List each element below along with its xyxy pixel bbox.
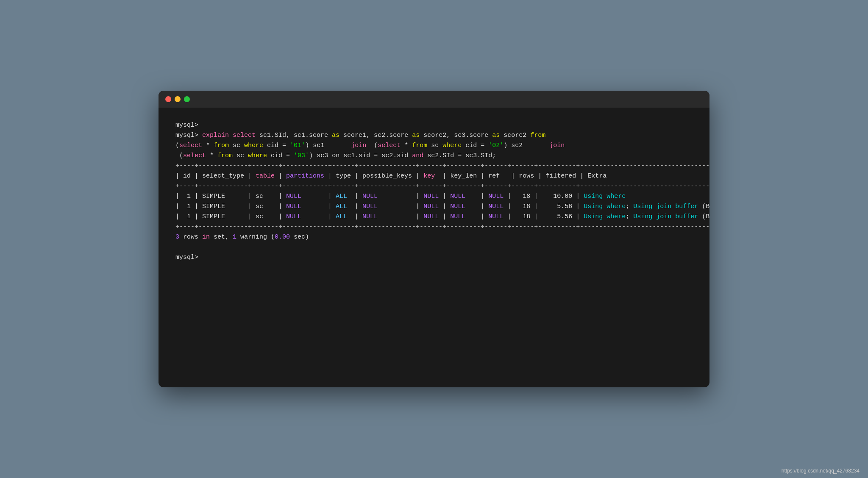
maximize-button[interactable] bbox=[184, 96, 190, 102]
line-row3: | 1 | SIMPLE | sc | NULL | ALL | NULL | … bbox=[175, 212, 693, 222]
terminal-window: mysql> mysql> explain select sc1.SId, sc… bbox=[159, 91, 709, 387]
close-button[interactable] bbox=[165, 96, 171, 102]
line-row1: | 1 | SIMPLE | sc | NULL | ALL | NULL | … bbox=[175, 192, 693, 202]
line-blank bbox=[175, 242, 693, 253]
titlebar bbox=[159, 91, 709, 108]
line-result: 3 rows in set, 1 warning (0.00 sec) bbox=[175, 232, 693, 242]
url-bar: https://blog.csdn.net/qq_42768234 bbox=[782, 468, 860, 474]
line-prompt-end: mysql> bbox=[175, 253, 693, 263]
line-header: | id | select_type | table | partitions … bbox=[175, 171, 693, 181]
minimize-button[interactable] bbox=[175, 96, 181, 102]
terminal-content: mysql> mysql> explain select sc1.SId, sc… bbox=[159, 108, 709, 275]
line-sep1: +----+-------------+-------+------------… bbox=[175, 161, 693, 171]
line-sep2: +----+-------------+-------+------------… bbox=[175, 181, 693, 192]
line-2: mysql> explain select sc1.SId, sc1.score… bbox=[175, 131, 693, 141]
line-row2: | 1 | SIMPLE | sc | NULL | ALL | NULL | … bbox=[175, 202, 693, 212]
line-3: (select * from sc where cid = '01') sc1 … bbox=[175, 141, 693, 151]
line-4: (select * from sc where cid = '03') sc3 … bbox=[175, 151, 693, 161]
line-sep3: +----+-------------+-------+------------… bbox=[175, 222, 693, 232]
line-1: mysql> bbox=[175, 120, 693, 131]
